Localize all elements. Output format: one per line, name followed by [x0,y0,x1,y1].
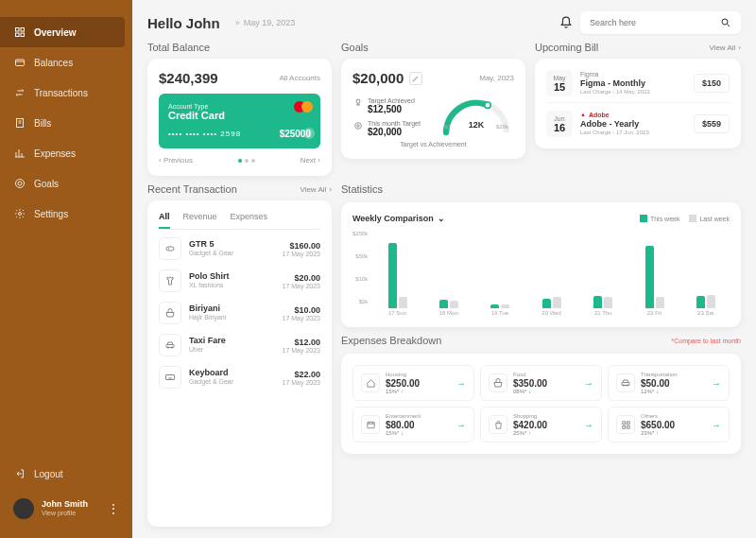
target-label: This month Target [368,120,421,127]
section-title: Goals [341,42,369,53]
transaction-item[interactable]: Taxi FareUber$12.0017 May 2023 [159,334,320,356]
bar-last-week [707,295,715,308]
transaction-item[interactable]: Polo ShirtXL fashions$20.0017 May 2023 [159,269,320,292]
sidebar-label: Settings [34,209,68,219]
transaction-item[interactable]: GTR 5Gadget & Gear$160.0017 May 2023 [159,237,320,260]
search-input[interactable] [590,18,720,27]
carousel-dots [238,156,255,165]
credit-card[interactable]: Account Type Credit Card •••• •••• •••• … [159,94,320,148]
legend: This week Last week [640,215,730,222]
stats-dropdown[interactable]: Weekly Comparison⌄ [352,214,445,223]
exp-value: $250.00 [386,378,451,389]
next-button[interactable]: Next › [301,156,320,165]
arrow-right-icon[interactable]: › [303,128,315,139]
logout-button[interactable]: Logout [0,459,132,489]
arrow-right-icon[interactable]: → [712,420,721,430]
sidebar-item-bills[interactable]: Bills [0,108,132,138]
view-all[interactable]: View All › [300,185,332,194]
exp-pct: 15%* ↓ [386,430,451,437]
grid-icon [616,415,635,434]
search-icon [720,17,731,28]
goal-month: May, 2023 [479,74,514,82]
bar-last-week [450,301,458,308]
more-icon[interactable]: ⋮ [108,502,119,515]
expense-item[interactable]: Transportation$50.0012%* ↓→ [608,365,730,401]
cc-number: •••• •••• •••• 2598 [168,130,241,138]
section-title: Statistics [341,183,383,195]
transaction-item[interactable]: BiriyaniHajir Biriyani$10.0017 May 2023 [159,302,320,324]
expense-item[interactable]: Shopping$420.0025%* ↑→ [480,407,602,443]
bill-item[interactable]: May15FigmaFigma - MonthlyLast Charge - 1… [546,70,730,103]
svg-rect-22 [622,422,625,425]
tab-expenses[interactable]: Expenses [231,212,268,229]
arrow-right-icon[interactable]: → [456,378,466,389]
expense-item[interactable]: Housing$250.0015%* ↑→ [352,365,474,401]
svg-rect-2 [16,33,20,37]
bar-last-week [553,297,561,308]
bar-label: 20 Wed [541,310,561,316]
expense-item[interactable]: Food$350.0008%* ↓→ [480,365,602,401]
bar-this-week [490,304,499,308]
target-icon [352,120,364,131]
date: »May 19, 2023 [235,18,296,27]
bill-name: Figma - Monthly [580,78,686,89]
arrow-right-icon[interactable]: → [584,378,593,389]
bar-last-week [656,297,664,308]
arrow-right-icon[interactable]: → [456,420,466,430]
svg-rect-3 [21,33,25,37]
target-val: $20,000 [368,127,421,137]
bar-group: 18 Mon [439,240,458,316]
tx-sub: Gadget & Gear [189,250,275,257]
prev-button[interactable]: ‹ Previous [159,156,193,165]
tab-revenue[interactable]: Revenue [183,212,217,229]
achieved-label: Target Achieved [368,97,415,104]
sidebar-item-balances[interactable]: Balances [0,47,132,78]
sidebar-item-expenses[interactable]: Expenses [0,138,132,168]
bar-group: 23 Sat [696,240,715,316]
arrow-right-icon[interactable]: → [584,420,593,430]
hello: Hello John [147,15,220,31]
gamepad-icon [159,237,181,260]
svg-point-10 [355,123,362,130]
food-icon [489,373,507,392]
chart-icon [13,147,26,160]
sidebar-item-overview[interactable]: Overview [0,17,125,47]
svg-rect-24 [622,425,625,428]
exp-value: $650.00 [641,420,706,430]
tx-sub: Hajir Biriyani [189,314,275,321]
tab-all[interactable]: All [159,212,170,229]
sidebar-item-goals[interactable]: Goals [0,168,132,199]
exp-pct: 23%* ↑ [641,430,706,437]
expense-item[interactable]: Entertainment$80.0015%* ↓→ [352,407,474,443]
target-icon [13,177,26,190]
house-icon [361,373,380,392]
bar-label: 22 Fri [647,310,662,316]
bag-icon [489,415,507,434]
sidebar-item-settings[interactable]: Settings [0,199,132,229]
svg-rect-21 [367,422,373,427]
expense-item[interactable]: Others$650.0023%* ↑→ [608,407,730,443]
trophy-icon [352,97,364,109]
weekly-chart: $250k$50k$10k$2k 17 Sun18 Mon19 Tue20 We… [352,231,730,316]
shirt-icon [159,269,181,292]
bell-icon[interactable] [559,16,573,29]
tx-amount: $160.00 [283,241,320,251]
view-all[interactable]: View All › [709,43,741,52]
bill-item[interactable]: Jun16▲ AdobeAdobe - YearlyLast Charge - … [546,111,730,137]
bill-sub: Last Charge - 17 Jun, 2023 [580,130,686,136]
achieved-val: $12,500 [368,104,415,114]
transaction-item[interactable]: KeyboardGadget & Gear$22.0017 May 2023 [159,366,320,389]
profile[interactable]: John Smith View profile ⋮ [0,489,132,529]
arrow-right-icon[interactable]: → [712,378,721,389]
grid-icon [13,26,26,39]
edit-icon[interactable] [409,72,422,85]
logout-label: Logout [34,469,63,479]
tx-amount: $12.00 [283,338,320,347]
tx-sub: Uber [189,346,275,354]
search[interactable] [580,11,741,34]
sidebar-item-transactions[interactable]: Transactions [0,78,132,108]
balance-amount: $240,399 [159,70,218,86]
bill-name: Adobe - Yearly [580,119,686,130]
exp-value: $50.00 [641,378,706,389]
svg-rect-17 [166,375,175,380]
